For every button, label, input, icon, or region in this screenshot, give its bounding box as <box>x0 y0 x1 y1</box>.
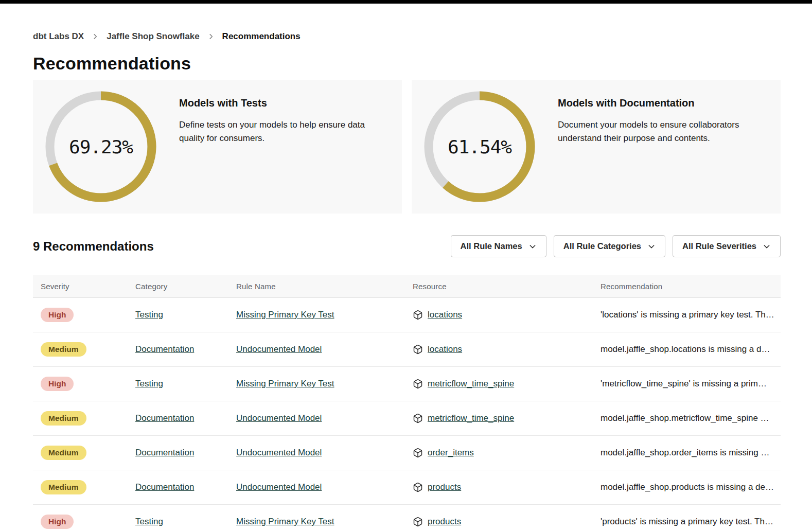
recommendation-text: model.jaffle_shop.products is missing a … <box>593 482 781 492</box>
table-header-row: Severity Category Rule Name Resource Rec… <box>33 275 781 298</box>
breadcrumb-item-account[interactable]: dbt Labs DX <box>33 31 84 42</box>
filter-rule-categories-dropdown[interactable]: All Rule Categories <box>554 235 665 257</box>
severity-badge: High <box>41 515 74 529</box>
docs-coverage-percent: 61.54% <box>424 91 535 202</box>
rule-name-link[interactable]: Missing Primary Key Test <box>236 310 334 320</box>
breadcrumb: dbt Labs DX Jaffle Shop Snowflake Recomm… <box>33 31 781 42</box>
category-link[interactable]: Documentation <box>135 344 194 354</box>
summary-cards: 69.23% Models with Tests Define tests on… <box>33 80 781 214</box>
table-row: Medium Documentation Undocumented Model … <box>33 470 781 505</box>
filter-label: All Rule Severities <box>682 241 756 251</box>
filter-label: All Rule Names <box>461 241 522 251</box>
chevron-down-icon <box>528 242 537 251</box>
chevron-down-icon <box>763 242 771 251</box>
docs-coverage-donut-chart: 61.54% <box>424 91 535 202</box>
card-title: Models with Tests <box>179 97 390 109</box>
column-header-recommendation: Recommendation <box>593 275 781 297</box>
recommendation-text: model.jaffle_shop.metricflow_time_spine … <box>593 413 781 423</box>
table-row: High Testing Missing Primary Key Test me… <box>33 367 781 401</box>
models-with-documentation-card: 61.54% Models with Documentation Documen… <box>412 80 781 214</box>
model-cube-icon <box>413 379 423 389</box>
window-top-edge <box>0 0 812 4</box>
recommendation-text: 'locations' is missing a primary key tes… <box>593 310 781 320</box>
severity-badge: Medium <box>41 342 86 357</box>
model-cube-icon <box>413 482 423 492</box>
table-row: Medium Documentation Undocumented Model … <box>33 332 781 367</box>
severity-badge: High <box>41 377 74 391</box>
category-link[interactable]: Documentation <box>135 482 194 492</box>
card-title: Models with Documentation <box>558 97 768 109</box>
resource-link[interactable]: products <box>428 517 461 527</box>
resource-link[interactable]: metricflow_time_spine <box>428 379 514 389</box>
breadcrumb-item-current: Recommendations <box>222 31 301 42</box>
list-header: 9 Recommendations All Rule Names All Rul… <box>33 235 781 257</box>
recommendation-text: 'metricflow_time_spine' is missing a pri… <box>593 379 781 389</box>
page-title: Recommendations <box>33 53 781 74</box>
card-description: Define tests on your models to help ensu… <box>179 118 390 145</box>
filter-rule-names-dropdown[interactable]: All Rule Names <box>451 235 546 257</box>
recommendations-table: Severity Category Rule Name Resource Rec… <box>33 275 781 531</box>
category-link[interactable]: Testing <box>135 310 163 320</box>
resource-link[interactable]: products <box>428 482 461 492</box>
severity-badge: Medium <box>41 411 86 426</box>
card-text: Models with Documentation Document your … <box>558 91 768 202</box>
card-text: Models with Tests Define tests on your m… <box>179 91 390 202</box>
recommendations-page: dbt Labs DX Jaffle Shop Snowflake Recomm… <box>0 31 812 531</box>
card-description: Document your models to ensure collabora… <box>558 118 768 145</box>
category-link[interactable]: Testing <box>135 379 163 388</box>
column-header-resource: Resource <box>405 275 593 297</box>
column-header-severity: Severity <box>33 275 128 297</box>
column-header-category: Category <box>128 275 228 297</box>
table-row: High Testing Missing Primary Key Test lo… <box>33 298 781 332</box>
table-row: High Testing Missing Primary Key Test pr… <box>33 505 781 531</box>
breadcrumb-item-project[interactable]: Jaffle Shop Snowflake <box>107 31 199 42</box>
recommendation-text: model.jaffle_shop.locations is missing a… <box>593 344 781 355</box>
models-with-tests-card: 69.23% Models with Tests Define tests on… <box>33 80 402 214</box>
tests-coverage-percent: 69.23% <box>45 91 156 202</box>
filter-bar: All Rule Names All Rule Categories All R… <box>451 235 781 257</box>
resource-link[interactable]: locations <box>428 344 462 355</box>
model-cube-icon <box>413 517 423 527</box>
resource-link[interactable]: order_items <box>428 448 474 458</box>
rule-name-link[interactable]: Undocumented Model <box>236 413 322 423</box>
recommendation-text: model.jaffle_shop.order_items is missing… <box>593 448 781 458</box>
table-row: Medium Documentation Undocumented Model … <box>33 436 781 470</box>
recommendations-count: 9 Recommendations <box>33 239 154 254</box>
severity-badge: High <box>41 308 74 322</box>
model-cube-icon <box>413 344 423 355</box>
resource-link[interactable]: locations <box>428 310 462 320</box>
severity-badge: Medium <box>41 480 86 494</box>
chevron-right-icon <box>92 33 99 40</box>
rule-name-link[interactable]: Undocumented Model <box>236 448 322 457</box>
tests-coverage-donut-chart: 69.23% <box>45 91 156 202</box>
category-link[interactable]: Testing <box>135 517 163 526</box>
model-cube-icon <box>413 413 423 423</box>
rule-name-link[interactable]: Missing Primary Key Test <box>236 379 334 388</box>
model-cube-icon <box>413 448 423 458</box>
category-link[interactable]: Documentation <box>135 413 194 423</box>
recommendation-text: 'products' is missing a primary key test… <box>593 517 781 527</box>
filter-rule-severities-dropdown[interactable]: All Rule Severities <box>673 235 781 257</box>
rule-name-link[interactable]: Undocumented Model <box>236 344 322 354</box>
column-header-rule-name: Rule Name <box>228 275 405 297</box>
severity-badge: Medium <box>41 446 86 460</box>
resource-link[interactable]: metricflow_time_spine <box>428 413 514 423</box>
chevron-right-icon <box>207 33 215 40</box>
filter-label: All Rule Categories <box>563 241 641 251</box>
chevron-down-icon <box>647 242 656 251</box>
category-link[interactable]: Documentation <box>135 448 194 457</box>
table-row: Medium Documentation Undocumented Model … <box>33 401 781 436</box>
rule-name-link[interactable]: Missing Primary Key Test <box>236 517 334 526</box>
model-cube-icon <box>413 310 423 320</box>
rule-name-link[interactable]: Undocumented Model <box>236 482 322 492</box>
